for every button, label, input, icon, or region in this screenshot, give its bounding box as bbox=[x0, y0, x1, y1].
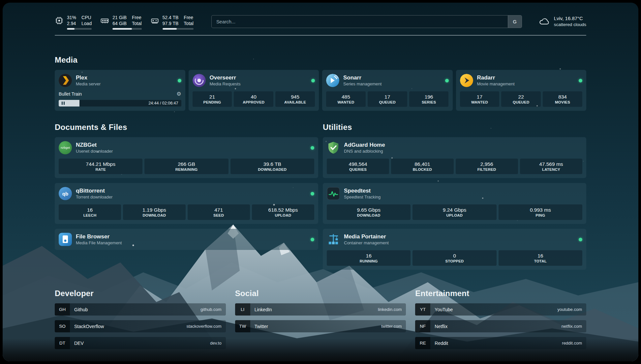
now-playing-row: Bullet Train ⚙ bbox=[59, 91, 181, 97]
bookmark-url: linkedin.com bbox=[378, 307, 406, 312]
stat-value: 498,564 bbox=[328, 161, 388, 167]
service-description: Speedtest Tracking bbox=[344, 194, 381, 200]
bookmark-reddit[interactable]: RE Reddit reddit.com bbox=[415, 337, 586, 349]
page-content: 31% 2.94 CPU Load bbox=[3, 3, 638, 361]
stat-value: 86,401 bbox=[392, 161, 452, 167]
section-documents: Documents & Files nzbget NZBGet Usenet d… bbox=[55, 123, 318, 270]
stat-tile: 0.993 ms PING bbox=[499, 204, 582, 220]
disk-total-value: 97.9 TB bbox=[163, 20, 179, 26]
bookmark-list: GH Github github.com SO StackOverflow st… bbox=[55, 303, 226, 349]
card-header: AdGuard Home DNS and adblocking bbox=[327, 141, 582, 154]
bookmark-name: Reddit bbox=[430, 341, 448, 346]
bookmark-youtube[interactable]: YT YouTube youtube.com bbox=[415, 303, 586, 316]
section-utilities: Utilities bbox=[323, 123, 586, 270]
disk-drive-icon bbox=[150, 16, 159, 25]
service-card-overseerr[interactable]: Overseerr Media Requests 21 PENDING 40 A… bbox=[189, 70, 319, 111]
stat-tiles: 498,564 QUERIES 86,401 BLOCKED 2,956 FIL… bbox=[327, 159, 582, 174]
stat-value: 1.19 Gbps bbox=[124, 207, 184, 213]
card-header: Overseerr Media Requests bbox=[193, 74, 315, 87]
cpu-load-label: Load bbox=[81, 20, 92, 26]
stat-label: STOPPED bbox=[414, 259, 495, 264]
twitter-abbr-icon: TW bbox=[235, 320, 250, 332]
header-divider bbox=[55, 35, 586, 36]
disk-widget-body: 52.4 TB 97.9 TB Free Total bbox=[163, 15, 194, 30]
stat-value: 266 GB bbox=[146, 161, 227, 167]
service-card-adguard[interactable]: AdGuard Home DNS and adblocking 498,564 … bbox=[323, 137, 586, 178]
stat-tile: 196 SERIES bbox=[409, 91, 449, 107]
status-online-dot bbox=[311, 146, 314, 150]
dashboard-screen: 31% 2.94 CPU Load bbox=[3, 3, 638, 361]
service-card-filebrowser[interactable]: File Browser Media File Management bbox=[55, 229, 318, 250]
bookmark-github[interactable]: GH Github github.com bbox=[55, 303, 226, 316]
cpu-percent: 31% bbox=[67, 15, 76, 20]
service-card-qbittorrent[interactable]: qb qBittorrent Torrent downloader 16 bbox=[55, 183, 318, 224]
service-card-sonarr[interactable]: Sonarr Series management 485 WANTED 17 Q… bbox=[322, 70, 453, 111]
utilities-card-stack: AdGuard Home DNS and adblocking 498,564 … bbox=[323, 137, 586, 270]
stat-value: 16 bbox=[500, 253, 581, 259]
stat-value: 17 bbox=[461, 94, 498, 100]
stat-tile: 16 LEECH bbox=[59, 204, 121, 220]
top-bar: 31% 2.94 CPU Load bbox=[55, 3, 586, 30]
stat-value: 16 bbox=[60, 207, 120, 213]
bookmark-stackoverflow[interactable]: SO StackOverflow stackoverflow.com bbox=[55, 320, 226, 332]
filebrowser-icon bbox=[59, 233, 72, 246]
stat-value: 21 bbox=[194, 94, 231, 100]
bookmark-dev[interactable]: DT DEV dev.to bbox=[55, 337, 226, 349]
youtube-abbr-icon: YT bbox=[415, 303, 430, 316]
speedtest-waveform-icon bbox=[327, 187, 340, 200]
memory-total-label: Total bbox=[132, 20, 142, 26]
playback-time: 24:44 / 02:06:47 bbox=[148, 100, 178, 106]
service-card-plex[interactable]: Plex Media server Bullet Train ⚙ 24:44 /… bbox=[55, 70, 185, 111]
stat-value: 196 bbox=[411, 94, 447, 100]
weather-condition: scattered clouds bbox=[554, 22, 586, 27]
stat-tile: 9.24 Gbps UPLOAD bbox=[412, 204, 496, 220]
service-name: AdGuard Home bbox=[344, 141, 385, 148]
stat-label: SEED bbox=[189, 213, 249, 218]
stat-label: AVAILABLE bbox=[277, 100, 314, 105]
stat-value: 2,956 bbox=[457, 161, 517, 167]
service-description: Media File Management bbox=[76, 240, 122, 246]
sonarr-icon bbox=[326, 74, 339, 87]
stat-label: LATENCY bbox=[521, 167, 581, 172]
stat-value: 40 bbox=[235, 94, 272, 100]
stat-label: RUNNING bbox=[328, 259, 409, 264]
search-provider-button[interactable]: G bbox=[508, 15, 522, 28]
nzbget-icon-text: nzbget bbox=[61, 146, 70, 149]
bookmark-url: youtube.com bbox=[558, 307, 586, 312]
stat-tile: 21 PENDING bbox=[193, 91, 232, 107]
card-header: Radarr Movie management bbox=[460, 74, 583, 87]
gear-icon[interactable]: ⚙ bbox=[176, 91, 181, 97]
service-name: Sonarr bbox=[343, 74, 382, 81]
stat-tile: 471 SEED bbox=[188, 204, 250, 220]
bookmark-group-developer: Developer GH Github github.com SO StackO… bbox=[55, 289, 226, 349]
bookmark-netflix[interactable]: NF Netflix netflix.com bbox=[415, 320, 586, 332]
search-input[interactable] bbox=[212, 15, 508, 28]
stat-tile: 2,956 FILTERED bbox=[456, 159, 518, 174]
bookmark-name: Netflix bbox=[430, 324, 447, 329]
overseerr-icon bbox=[193, 74, 206, 87]
service-card-portainer[interactable]: Media Portainer Container management 16 … bbox=[323, 229, 586, 270]
service-card-radarr[interactable]: Radarr Movie management 17 WANTED 22 QUE… bbox=[456, 70, 587, 111]
stat-value: 17 bbox=[369, 94, 406, 100]
service-name: Plex bbox=[76, 74, 101, 81]
nzbget-icon: nzbget bbox=[59, 141, 72, 154]
service-card-nzbget[interactable]: nzbget NZBGet Usenet downloader 744.21 M… bbox=[55, 137, 318, 178]
stat-tile: 945 AVAILABLE bbox=[275, 91, 315, 107]
stat-label: FILTERED bbox=[457, 167, 517, 172]
github-abbr-icon: GH bbox=[55, 303, 70, 316]
cpu-label: CPU bbox=[81, 15, 92, 20]
stat-value: 47.569 ms bbox=[521, 161, 581, 167]
stat-tiles: 21 PENDING 40 APPROVED 945 AVAILABLE bbox=[193, 91, 315, 107]
card-header: Plex Media server bbox=[59, 74, 181, 87]
stat-label: SERIES bbox=[411, 100, 447, 105]
pause-icon[interactable] bbox=[62, 102, 65, 105]
stat-label: TOTAL bbox=[500, 259, 581, 264]
service-description: Torrent downloader bbox=[76, 194, 112, 200]
service-card-speedtest[interactable]: Speedtest Speedtest Tracking 9.65 Gbps D… bbox=[323, 183, 586, 224]
section-title-social: Social bbox=[235, 289, 406, 298]
service-description: Movie management bbox=[477, 81, 515, 87]
bookmark-twitter[interactable]: TW Twitter twitter.com bbox=[235, 320, 406, 332]
bookmark-linkedin[interactable]: LI LinkedIn linkedin.com bbox=[235, 303, 406, 316]
weather-location: Lviv, 16.87°C bbox=[554, 15, 586, 22]
disk-widget: 52.4 TB 97.9 TB Free Total bbox=[150, 15, 194, 30]
